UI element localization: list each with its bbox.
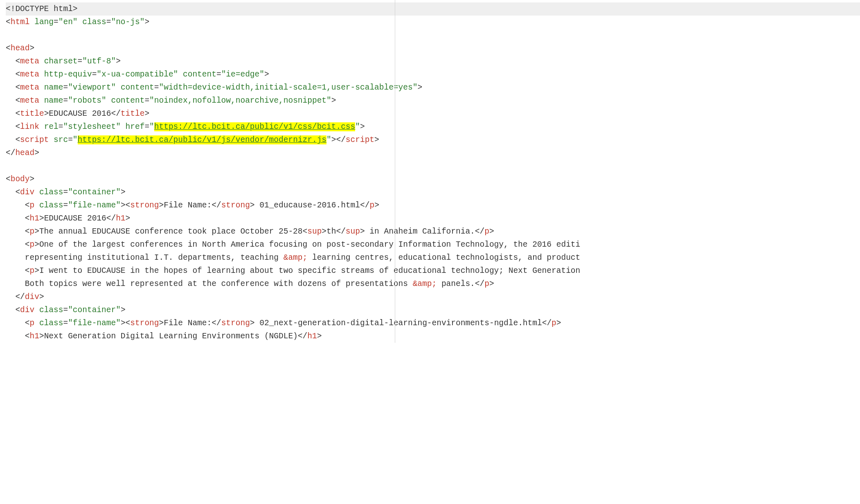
code-line[interactable]: <div class="container"> <box>6 304 860 317</box>
code-line[interactable]: <p>One of the largest conferences in Nor… <box>6 238 860 251</box>
code-line[interactable]: <h1>Next Generation Digital Learning Env… <box>6 330 860 343</box>
print-margin-ruler <box>395 0 395 343</box>
code-line[interactable]: <body> <box>6 173 860 186</box>
highlighted-url[interactable]: https://ltc.bcit.ca/public/v1/css/bcit.c… <box>154 122 355 131</box>
code-line[interactable]: <title>EDUCAUSE 2016</title> <box>6 107 860 120</box>
code-line[interactable]: Both topics were well represented at the… <box>6 277 860 290</box>
code-line[interactable]: <meta name="viewport" content="width=dev… <box>6 81 860 94</box>
code-line[interactable]: <script src="https://ltc.bcit.ca/public/… <box>6 133 860 146</box>
code-line[interactable]: </div> <box>6 290 860 304</box>
code-line[interactable]: <p>I went to EDUCAUSE in the hopes of le… <box>6 264 860 277</box>
code-line[interactable]: <meta http-equiv="x-ua-compatible" conte… <box>6 68 860 81</box>
code-line[interactable]: </head> <box>6 146 860 160</box>
code-line[interactable] <box>6 160 860 173</box>
code-editor[interactable]: <!DOCTYPE html> <html lang="en" class="n… <box>0 0 860 343</box>
code-line[interactable]: <div class="container"> <box>6 186 860 199</box>
code-line[interactable]: representing institutional I.T. departme… <box>6 251 860 264</box>
code-line[interactable]: <link rel="stylesheet" href="https://ltc… <box>6 120 860 133</box>
code-line[interactable]: <p>The annual EDUCAUSE conference took p… <box>6 225 860 238</box>
code-line[interactable]: <meta charset="utf-8"> <box>6 55 860 68</box>
code-line[interactable]: <html lang="en" class="no-js"> <box>6 16 860 29</box>
code-line[interactable]: <p class="file-name"><strong>File Name:<… <box>6 199 860 212</box>
code-line[interactable] <box>6 29 860 42</box>
code-line[interactable]: <!DOCTYPE html> <box>6 2 860 16</box>
code-line[interactable]: <p class="file-name"><strong>File Name:<… <box>6 317 860 330</box>
code-line[interactable]: <meta name="robots" content="noindex,nof… <box>6 94 860 107</box>
code-line[interactable]: <head> <box>6 42 860 55</box>
highlighted-url[interactable]: https://ltc.bcit.ca/public/v1/js/vendor/… <box>78 135 327 144</box>
code-line[interactable]: <h1>EDUCAUSE 2016</h1> <box>6 212 860 225</box>
